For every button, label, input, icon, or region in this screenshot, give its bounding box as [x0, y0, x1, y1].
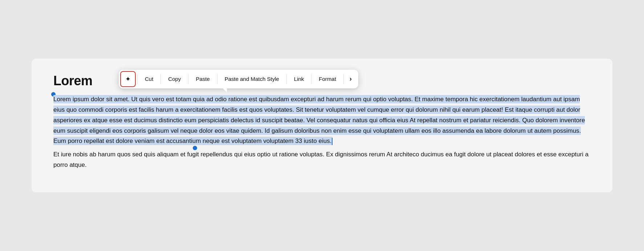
page-container: Lorem ✦ Cut Copy Paste Paste and Match S… — [32, 59, 612, 192]
selection-handle-bottom — [193, 146, 197, 150]
context-toolbar: ✦ Cut Copy Paste Paste and Match Style L… — [119, 70, 358, 89]
copy-button[interactable]: Copy — [162, 71, 187, 87]
sparkle-icon: ✦ — [125, 75, 131, 83]
paste-match-button[interactable]: Paste and Match Style — [218, 71, 286, 87]
title-row: Lorem ✦ Cut Copy Paste Paste and Match S… — [53, 73, 591, 89]
cut-button[interactable]: Cut — [138, 71, 160, 87]
selected-text-block: Lorem ipsum dolor sit amet. Ut quis vero… — [53, 94, 591, 147]
normal-paragraph: Et iure nobis ab harum quos sed quis ali… — [53, 149, 591, 170]
text-cursor — [332, 138, 333, 145]
toolbar-divider-7 — [343, 74, 344, 84]
format-button[interactable]: Format — [312, 71, 343, 87]
page-title: Lorem — [53, 73, 93, 89]
toolbar-divider-2 — [160, 74, 161, 84]
paste-button[interactable]: Paste — [189, 71, 216, 87]
toolbar-divider-4 — [217, 74, 217, 84]
toolbar-divider-5 — [286, 74, 287, 84]
selected-paragraph[interactable]: Lorem ipsum dolor sit amet. Ut quis vero… — [53, 95, 585, 145]
more-button[interactable]: › — [345, 71, 357, 87]
toolbar-divider-1 — [137, 74, 138, 84]
content-area: Lorem ✦ Cut Copy Paste Paste and Match S… — [53, 73, 591, 170]
toolbar-divider-3 — [188, 74, 188, 84]
ai-button[interactable]: ✦ — [120, 71, 136, 87]
toolbar-divider-6 — [311, 74, 311, 84]
normal-text: Et iure nobis ab harum quos sed quis ali… — [53, 151, 588, 168]
text-body: Lorem ipsum dolor sit amet. Ut quis vero… — [53, 94, 591, 170]
link-button[interactable]: Link — [288, 71, 311, 87]
